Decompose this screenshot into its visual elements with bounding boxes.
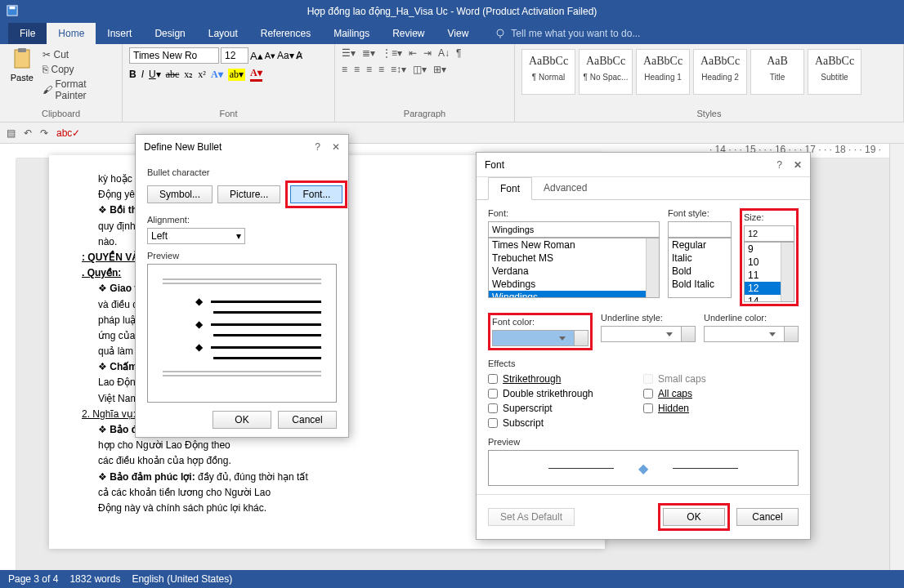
- symbol-button[interactable]: Symbol...: [147, 185, 213, 203]
- style-item[interactable]: AaBbCc¶ Normal: [521, 49, 575, 95]
- cut-button[interactable]: ✂Cut: [43, 47, 115, 62]
- scrollbar[interactable]: [646, 238, 659, 297]
- font-input[interactable]: [488, 221, 660, 238]
- font-name-combo[interactable]: Times New Ro: [129, 47, 219, 64]
- style-item[interactable]: AaBbCcHeading 1: [636, 49, 690, 95]
- spellcheck-icon[interactable]: abc✓: [56, 127, 80, 139]
- font-size-combo[interactable]: 12: [221, 47, 248, 64]
- grow-font-icon[interactable]: A▴: [250, 50, 263, 62]
- tab-references[interactable]: References: [249, 23, 322, 44]
- tab-file[interactable]: File: [8, 23, 47, 44]
- scissors-icon: ✂: [43, 49, 51, 60]
- word-count[interactable]: 1832 words: [69, 573, 120, 585]
- tab-view[interactable]: View: [436, 23, 481, 44]
- justify-icon[interactable]: ≡: [378, 64, 384, 75]
- tab-mailings[interactable]: Mailings: [322, 23, 381, 44]
- superscript-check[interactable]: Superscript: [488, 401, 643, 416]
- decrease-indent-icon[interactable]: ⇤: [409, 47, 417, 59]
- tab-layout[interactable]: Layout: [197, 23, 249, 44]
- tell-me[interactable]: Tell me what you want to do...: [495, 28, 640, 39]
- small-caps-check[interactable]: Small caps: [643, 372, 799, 386]
- shrink-font-icon[interactable]: A▾: [265, 51, 275, 61]
- help-icon[interactable]: ?: [776, 159, 782, 171]
- size-list[interactable]: 910111214: [744, 242, 794, 302]
- tab-home[interactable]: Home: [47, 23, 96, 44]
- increase-indent-icon[interactable]: ⇥: [423, 47, 432, 59]
- group-styles: AaBbCc¶ NormalAaBbCc¶ No Spac...AaBbCcHe…: [515, 44, 904, 122]
- show-marks-icon[interactable]: ¶: [456, 47, 461, 59]
- picture-button[interactable]: Picture...: [217, 185, 280, 203]
- close-icon[interactable]: ✕: [332, 141, 340, 153]
- style-item[interactable]: AaBbCc¶ No Spac...: [579, 49, 633, 95]
- paste-button[interactable]: Paste: [7, 47, 38, 103]
- undo-icon[interactable]: ↶: [24, 127, 32, 139]
- dialog-title: Font: [485, 159, 504, 171]
- hidden-check[interactable]: Hidden: [643, 401, 799, 416]
- nav-pane-icon[interactable]: ▤: [7, 127, 16, 139]
- tab-insert[interactable]: Insert: [96, 23, 143, 44]
- tab-design[interactable]: Design: [143, 23, 196, 44]
- multilevel-icon[interactable]: ⋮≡▾: [382, 47, 402, 59]
- ok-button[interactable]: OK: [663, 508, 725, 526]
- font-color-icon[interactable]: A▾: [250, 67, 262, 82]
- tab-review[interactable]: Review: [381, 23, 436, 44]
- vertical-scrollbar[interactable]: [889, 144, 904, 570]
- svg-point-2: [497, 29, 503, 36]
- text-effects-icon[interactable]: A▾: [211, 69, 223, 81]
- shading-icon[interactable]: ◫▾: [413, 64, 427, 75]
- font-color-dropdown[interactable]: [492, 330, 588, 346]
- alignment-combo[interactable]: Left▾: [147, 228, 245, 244]
- style-list[interactable]: RegularItalicBoldBold Italic: [668, 238, 732, 298]
- vertical-ruler[interactable]: [0, 158, 16, 570]
- all-caps-check[interactable]: All caps: [643, 386, 799, 401]
- page-count[interactable]: Page 3 of 4: [8, 573, 58, 585]
- cancel-button[interactable]: Cancel: [736, 508, 799, 526]
- align-center-icon[interactable]: ≡: [354, 64, 360, 75]
- cancel-button[interactable]: Cancel: [278, 411, 337, 429]
- sort-icon[interactable]: A↓: [438, 47, 450, 59]
- align-left-icon[interactable]: ≡: [342, 64, 347, 75]
- subscript-check[interactable]: Subscript: [488, 416, 643, 430]
- strike-button[interactable]: abc: [166, 69, 180, 81]
- close-icon[interactable]: ✕: [794, 159, 802, 171]
- align-right-icon[interactable]: ≡: [366, 64, 372, 75]
- format-painter-button[interactable]: 🖌Format Painter: [43, 77, 115, 103]
- help-icon[interactable]: ?: [315, 141, 320, 153]
- borders-icon[interactable]: ⊞▾: [433, 64, 446, 75]
- tab-font[interactable]: Font: [488, 177, 532, 200]
- bold-button[interactable]: B: [129, 69, 136, 81]
- subscript-button[interactable]: x₂: [184, 69, 193, 81]
- svg-rect-1: [10, 7, 16, 10]
- change-case-icon[interactable]: Aa▾: [277, 50, 294, 61]
- tab-advanced[interactable]: Advanced: [532, 177, 598, 199]
- size-input[interactable]: [744, 225, 794, 242]
- ribbon: Paste ✂Cut ⎘Copy 🖌Format Painter Clipboa…: [0, 44, 904, 122]
- font-list[interactable]: Times New RomanTrebuchet MSVerdanaWebdin…: [488, 238, 660, 298]
- ok-button[interactable]: OK: [213, 411, 271, 429]
- scrollbar[interactable]: [781, 243, 794, 301]
- underline-color-dropdown[interactable]: [704, 326, 799, 342]
- redo-icon[interactable]: ↷: [40, 127, 48, 139]
- numbering-icon[interactable]: ≣▾: [362, 47, 375, 59]
- window-title: Hợp đồng lao động_Ha_Visa Uc - Word (Pro…: [307, 6, 597, 17]
- style-item[interactable]: AaBbCcHeading 2: [693, 49, 747, 95]
- strikethrough-check[interactable]: Strikethrough: [488, 372, 643, 386]
- save-icon[interactable]: [7, 5, 18, 16]
- title-bar: Hợp đồng lao động_Ha_Visa Uc - Word (Pro…: [0, 0, 904, 23]
- copy-button[interactable]: ⎘Copy: [43, 62, 115, 77]
- superscript-button[interactable]: x²: [198, 69, 206, 81]
- language[interactable]: English (United States): [132, 573, 232, 585]
- line-spacing-icon[interactable]: ≡↕▾: [391, 64, 406, 75]
- bulb-icon: [495, 28, 506, 39]
- style-item[interactable]: AaBbCcSubtitle: [808, 49, 861, 95]
- font-button[interactable]: Font...: [290, 185, 342, 203]
- underline-style-dropdown[interactable]: [601, 326, 696, 342]
- highlight-icon[interactable]: ab▾: [228, 69, 245, 81]
- underline-button[interactable]: U▾: [149, 69, 161, 81]
- style-input[interactable]: [668, 221, 732, 238]
- bullets-icon[interactable]: ☰▾: [342, 47, 356, 59]
- clear-format-icon[interactable]: A̷: [296, 50, 302, 61]
- style-item[interactable]: AaBTitle: [750, 49, 804, 95]
- double-strike-check[interactable]: Double strikethrough: [488, 386, 643, 401]
- italic-button[interactable]: I: [141, 69, 144, 81]
